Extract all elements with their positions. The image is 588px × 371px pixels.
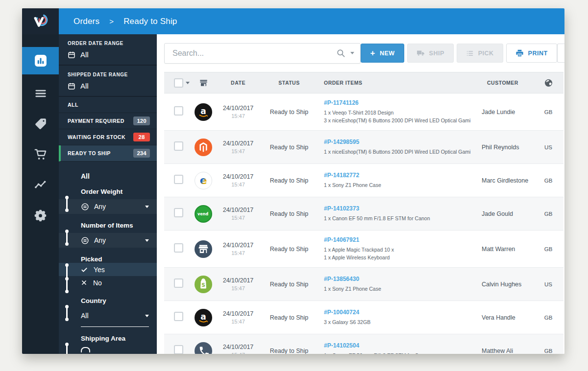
order-item-line: 1 x Veeqo T-Shirt 2018 Design: [324, 109, 475, 116]
order-status: Ready to Ship: [261, 314, 317, 321]
table-row[interactable]: 24/10/201715:47Ready to Ship#P-141025041…: [164, 334, 564, 354]
svg-text:vend: vend: [197, 211, 208, 216]
order-item-line: 1 x Sony Z1 Phone Case: [324, 181, 475, 189]
select-all-caret-icon[interactable]: [186, 82, 190, 84]
order-date: 24/10/201715:47: [215, 173, 261, 187]
filter-label: ORDER DATE RANGE: [68, 41, 150, 46]
row-checkbox[interactable]: [174, 345, 183, 354]
table-row[interactable]: a24/10/201715:47Ready to Ship#P-11741126…: [164, 93, 564, 131]
table-row[interactable]: e24/10/201715:47Ready to Ship#P-14182772…: [164, 164, 564, 197]
order-id-link[interactable]: #P-14102373: [324, 205, 475, 212]
order-item-line: 1 x niceEshop(TM) 6 Buttons 2000 DPI Wir…: [324, 148, 475, 156]
customer-name: Calvin Hughes: [475, 281, 539, 288]
svg-text:a: a: [200, 106, 206, 116]
check-icon: [81, 266, 88, 273]
sidebar-item-products[interactable]: [22, 109, 59, 139]
status-filter-waiting-for-stock[interactable]: WAITING FOR STOCK28: [59, 129, 157, 145]
number-of-items-dropdown[interactable]: Any: [59, 233, 157, 248]
chevron-down-icon: [145, 239, 149, 242]
filter-connector: [66, 197, 68, 210]
order-id-link[interactable]: #P-10040724: [324, 309, 475, 316]
order-status: Ready to Ship: [261, 246, 317, 253]
picked-option-no[interactable]: No: [59, 276, 157, 289]
channel-column-icon: [192, 78, 215, 88]
row-checkbox[interactable]: [174, 175, 183, 184]
picked-option-yes[interactable]: Yes: [59, 263, 157, 276]
more-actions-button[interactable]: [557, 44, 564, 63]
table-row[interactable]: vend24/10/201715:47Ready to Ship#P-14102…: [164, 197, 564, 231]
circle-lines-icon: [81, 203, 89, 211]
country-code: GB: [539, 246, 558, 252]
sidebar-item-settings[interactable]: [22, 200, 59, 230]
order-id-link[interactable]: #P-13856430: [324, 276, 475, 282]
status-filter-all[interactable]: ALL: [59, 97, 157, 113]
sidebar-item-purchases[interactable]: [22, 139, 59, 169]
cart-icon: [34, 148, 47, 161]
new-button[interactable]: +NEW: [361, 44, 404, 63]
cross-icon: [81, 279, 87, 286]
header-customer[interactable]: CUSTOMER: [475, 80, 539, 86]
table-row[interactable]: 24/10/201715:47Ready to Ship#P-142985951…: [164, 131, 564, 164]
customer-name: Phil Reynolds: [475, 144, 539, 151]
filter-connector: [66, 306, 68, 320]
order-weight-dropdown[interactable]: Any: [59, 199, 157, 214]
count-badge: 28: [133, 133, 150, 141]
main-column: Orders > Ready to Ship ORDER DATE RANGEA…: [59, 8, 564, 354]
sidebar-item-orders[interactable]: [22, 78, 59, 109]
select-all-checkbox[interactable]: [174, 78, 183, 88]
order-id-link[interactable]: #P-14102504: [324, 342, 475, 349]
country-code: GB: [539, 348, 558, 354]
country-code: US: [539, 281, 558, 287]
ship-button[interactable]: SHIP: [407, 44, 454, 63]
header-status[interactable]: STATUS: [261, 80, 317, 86]
row-checkbox[interactable]: [174, 278, 183, 288]
search-options-caret-icon[interactable]: [350, 52, 354, 54]
row-checkbox[interactable]: [174, 141, 183, 151]
customer-name: Jade Gould: [475, 210, 539, 217]
filter-number-of-items: Number of ItemsAny: [59, 222, 157, 248]
status-filter-payment-required[interactable]: PAYMENT REQUIRED120: [59, 113, 157, 129]
sidebar-item-dashboard[interactable]: [22, 47, 59, 74]
table-row[interactable]: S24/10/201715:47Ready to Ship#P-13856430…: [164, 268, 564, 301]
row-checkbox[interactable]: [174, 106, 183, 116]
veeqo-logo-icon[interactable]: [22, 8, 59, 34]
customer-name: Marc Girdlestone: [475, 177, 539, 184]
date-range-value[interactable]: All: [68, 50, 150, 59]
order-id-link[interactable]: #P-14067921: [324, 236, 475, 243]
table-row[interactable]: 24/10/201715:47Ready to Ship#P-140679211…: [164, 231, 564, 268]
filter-quick-all[interactable]: All: [81, 172, 157, 180]
country-code: GB: [539, 178, 558, 184]
svg-text:a: a: [200, 311, 206, 321]
search-box: [164, 43, 361, 64]
order-items: #P-141025041 x Canon EF 50 mm F/1.8 EF S…: [317, 342, 475, 354]
gear-icon: [34, 209, 47, 222]
date-range-value[interactable]: All: [68, 82, 150, 90]
country-column-globe-icon: [539, 78, 558, 88]
order-id-link[interactable]: #P-11741126: [324, 99, 475, 106]
order-item-line: 3 x Galaxy S6 32GB: [324, 318, 475, 326]
channel-amazon-icon: a: [192, 309, 215, 326]
row-checkbox[interactable]: [174, 312, 183, 321]
order-id-link[interactable]: #P-14182772: [324, 172, 475, 179]
toolbar-buttons: +NEWSHIPPICKPRINT: [361, 44, 557, 63]
status-filter-ready-to-ship[interactable]: READY TO SHIP234: [59, 145, 157, 162]
pick-button[interactable]: PICK: [457, 44, 503, 63]
breadcrumb-section[interactable]: Orders: [74, 17, 99, 26]
order-date: 24/10/201715:47: [215, 277, 261, 291]
header-date[interactable]: DATE: [215, 80, 261, 86]
row-checkbox[interactable]: [174, 243, 183, 253]
table-row[interactable]: a24/10/201715:47Ready to Ship#P-10040724…: [164, 301, 564, 334]
country-select[interactable]: All: [59, 308, 157, 323]
order-id-link[interactable]: #P-14298595: [324, 139, 475, 145]
country-code: US: [539, 144, 558, 150]
clipped-filter-icon: [81, 347, 90, 352]
search-icon[interactable]: [336, 48, 345, 58]
sidebar-item-reports[interactable]: [22, 169, 59, 200]
print-button[interactable]: PRINT: [506, 44, 557, 63]
row-checkbox[interactable]: [174, 208, 183, 217]
filter-connector: [66, 231, 68, 244]
header-order-items[interactable]: ORDER ITEMS: [317, 80, 475, 86]
order-status: Ready to Ship: [261, 348, 317, 354]
search-input[interactable]: [172, 48, 336, 58]
order-status: Ready to Ship: [261, 177, 317, 184]
